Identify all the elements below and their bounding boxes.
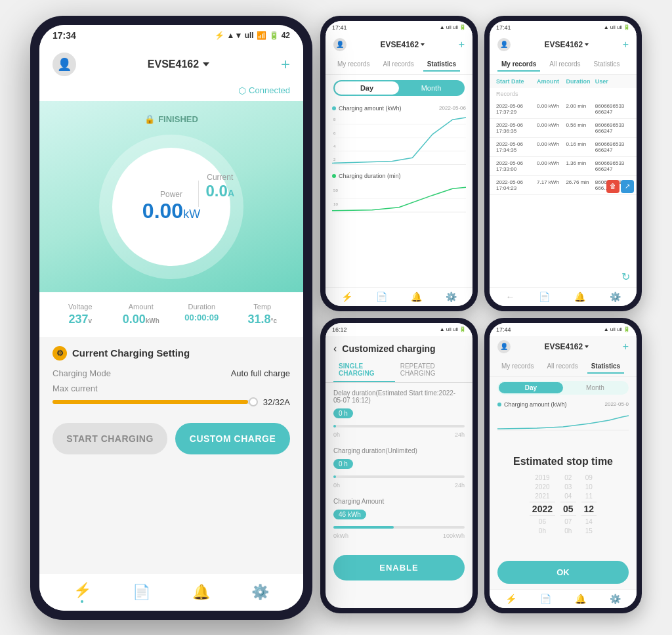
records-table-header: Start Date Amount Duration User — [490, 75, 637, 88]
sp-tabs-stoptime: My records All records Statistics — [490, 357, 637, 377]
sp-tab-myrecords[interactable]: My records — [497, 58, 540, 72]
sp-nav-records-active[interactable]: 📄 — [539, 292, 550, 302]
delete-record-button[interactable]: 🗑 — [606, 180, 620, 193]
delay-value: 0 h — [333, 408, 353, 418]
chart-amount-text: Charging amount (kWh) — [339, 105, 402, 112]
col-amount: Amount — [537, 78, 566, 85]
sp-tab-statistics-records[interactable]: Statistics — [590, 58, 624, 72]
sp-tabs-stats: My records All records Statistics — [326, 55, 472, 75]
amount-slider-track[interactable] — [333, 526, 465, 529]
svg-text:4: 4 — [333, 143, 336, 148]
svg-text:8: 8 — [333, 117, 336, 121]
nav-settings[interactable]: ⚙️ — [251, 584, 269, 601]
sp-day-tab-second[interactable]: Day — [499, 382, 563, 393]
connected-badge: ⬡ Connected — [238, 85, 290, 96]
picker-12-active[interactable]: 12 — [581, 502, 597, 516]
sp-nav-bolt-stats[interactable]: ⚡ — [341, 292, 352, 302]
duration-min: 0h — [333, 482, 340, 489]
start-charging-button[interactable]: START CHARGING — [52, 423, 167, 454]
stoptime-chart-label: Charging amount (kWh) 2022-05-0 — [497, 401, 629, 408]
sp-nav-records-stoptime[interactable]: 📄 — [540, 594, 551, 604]
sp-tab-allrecords-stats[interactable]: All records — [379, 58, 417, 72]
sp-avatar-records[interactable]: 👤 — [497, 38, 511, 51]
amount-label: Charging Amount — [333, 498, 465, 505]
sp-nav-settings-records[interactable]: ⚙️ — [610, 292, 621, 302]
sp-tab-allrecords[interactable]: All records — [545, 58, 584, 72]
slider-track[interactable] — [52, 400, 257, 404]
sp-status-right-records: ▲ ull ull 🔋 — [604, 24, 630, 31]
nav-notifications[interactable]: 🔔 — [192, 584, 210, 601]
sp-month-tab[interactable]: Month — [399, 81, 463, 95]
sp-tab-allrecords-stoptime[interactable]: All records — [543, 360, 581, 374]
back-icon[interactable]: ‹ — [333, 343, 337, 355]
picker-columns: 2019 2020 2021 2022 06 0h 02 03 04 — [497, 474, 629, 535]
sp-tab-myrecords-stats[interactable]: My records — [333, 58, 373, 72]
sp-device-stoptime[interactable]: EVSE4162 — [544, 342, 589, 351]
voltage-label: Voltage — [52, 303, 108, 311]
stoptime-picker-container: Estimated stop time 2019 2020 2021 2022 … — [490, 439, 637, 552]
sp-nav-settings-stoptime[interactable]: ⚙️ — [610, 594, 621, 604]
custom-charge-button[interactable]: CUSTOM CHARGE — [175, 423, 290, 454]
sp-plus-records[interactable]: + — [623, 39, 629, 51]
delay-label: Delay duration(Estimated Start time:2022… — [333, 389, 465, 404]
stoptime-chart-svg — [497, 410, 629, 433]
sp-plus-stats[interactable]: + — [459, 39, 465, 51]
delay-max: 24h — [455, 431, 465, 438]
enable-button[interactable]: ENABLE — [333, 555, 465, 580]
share-record-button[interactable]: ↗ — [621, 180, 634, 193]
user-avatar[interactable]: 👤 — [52, 53, 76, 76]
gauge-inner: Power 0.00kW — [112, 148, 230, 266]
delay-slider-track[interactable] — [333, 425, 465, 427]
sp-status-custom: 16:12 ▲ ull ull 🔋 — [326, 323, 472, 336]
refresh-icon[interactable]: ↻ — [621, 271, 630, 283]
sp-nav-back-records[interactable]: ← — [505, 292, 514, 302]
sp-nav-bolt-stoptime[interactable]: ⚡ — [505, 594, 516, 604]
ok-button[interactable]: OK — [497, 561, 629, 584]
amount-value: 46 kWh — [333, 510, 366, 519]
repeated-charging-tab[interactable]: REPEATED CHARGING — [395, 359, 465, 382]
sp-time-stoptime: 17:44 — [496, 326, 511, 333]
add-device-button[interactable]: + — [281, 55, 290, 74]
sp-nav-bell-records[interactable]: 🔔 — [574, 292, 585, 302]
picker-05-active[interactable]: 05 — [560, 502, 576, 516]
nav-home[interactable]: ⚡ — [74, 582, 91, 603]
sp-day-tab[interactable]: Day — [335, 81, 399, 95]
sp-avatar-stoptime[interactable]: 👤 — [497, 340, 511, 353]
battery-level: 42 — [282, 31, 290, 40]
picker-10: 10 — [581, 483, 597, 491]
stoptime-dot — [497, 403, 501, 406]
sp-month-tab-second[interactable]: Month — [563, 382, 627, 393]
sp-tab-statistics-stoptime[interactable]: Statistics — [587, 360, 624, 374]
sp-device-stats[interactable]: EVSE4162 — [380, 40, 425, 49]
col-user: User — [595, 78, 630, 85]
sp-stat-tabs-top: Day Month — [333, 80, 465, 96]
sp-nav-records-stats[interactable]: 📄 — [376, 292, 387, 302]
sp-avatar-stats[interactable]: 👤 — [333, 38, 346, 51]
sp-plus-stoptime[interactable]: + — [623, 341, 629, 353]
slider-fill — [52, 400, 248, 404]
single-charging-tab[interactable]: SINGLE CHARGING — [333, 359, 395, 382]
device-selector[interactable]: EVSE4162 — [148, 58, 209, 70]
picker-2022-active[interactable]: 2022 — [530, 502, 555, 516]
sp-tab-myrecords-stoptime[interactable]: My records — [497, 360, 537, 374]
bluetooth-icon: ⬡ — [238, 85, 246, 96]
sp-nav-bell-stoptime[interactable]: 🔔 — [575, 594, 586, 604]
dot-green — [332, 106, 336, 110]
sp-device-records[interactable]: EVSE4162 — [544, 40, 589, 49]
main-phone: 17:34 ⚡ ▲▼ ull 📶 🔋 42 👤 EVSE4162 + — [30, 16, 312, 620]
sp-back-header: ‹ Customized charging — [326, 336, 472, 359]
temp-label: Temp — [235, 303, 291, 311]
chart-date: 2022-05-06 — [439, 105, 466, 111]
slider-row: 32/32A — [52, 397, 290, 407]
sp-nav-bell-stats[interactable]: 🔔 — [411, 292, 422, 302]
slider-thumb[interactable] — [249, 397, 258, 406]
nav-records[interactable]: 📄 — [133, 584, 150, 601]
sp-tab-statistics-stats[interactable]: Statistics — [423, 58, 460, 72]
r2-user: 8606696533666247 — [595, 122, 630, 134]
duration-slider-track[interactable] — [333, 475, 465, 478]
charging-mode-value: Auto full charge — [231, 368, 290, 378]
status-icons: ⚡ ▲▼ ull 📶 🔋 42 — [215, 31, 290, 40]
chart-svg-1: 8 6 4 2 — [332, 114, 466, 168]
duration-label: Charging duration(Unlimited) — [333, 447, 465, 454]
sp-nav-settings-stats[interactable]: ⚙️ — [446, 292, 457, 302]
